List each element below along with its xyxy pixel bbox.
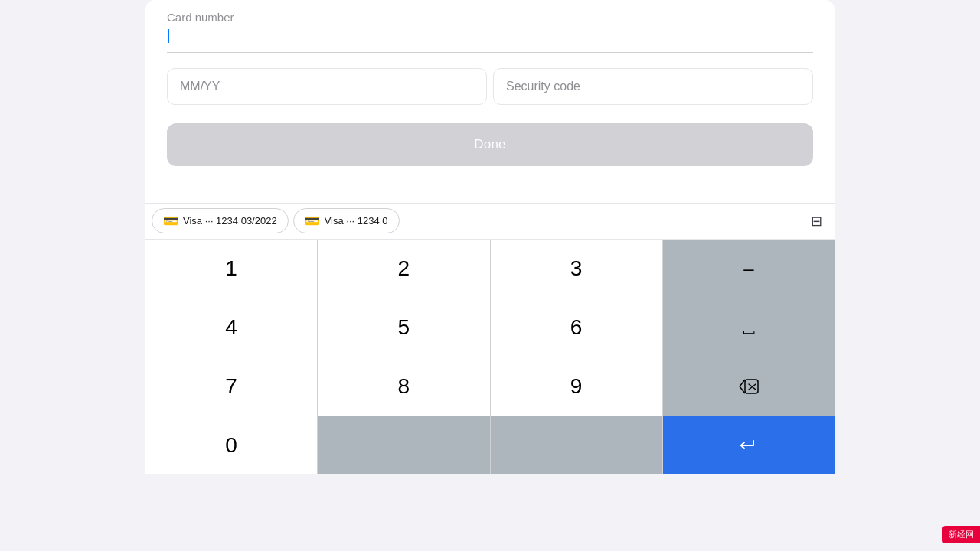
expiry-security-row <box>167 68 813 105</box>
security-code-field[interactable] <box>493 68 813 105</box>
autofill-card-2[interactable]: 💳 Visa ··· 1234 0 <box>293 208 400 233</box>
numpad-key-4[interactable]: 4 <box>145 298 317 357</box>
numpad-key-5[interactable]: 5 <box>318 298 489 357</box>
numpad-key-9[interactable]: 9 <box>491 357 662 416</box>
card-number-label: Card number <box>167 11 813 24</box>
manage-icon: ⊟ <box>811 214 822 229</box>
autofill-bar: 💳 Visa ··· 1234 03/2022 💳 Visa ··· 1234 … <box>145 203 835 240</box>
numpad-key-dash[interactable]: – <box>663 240 835 298</box>
numpad-key-empty1 <box>318 416 489 474</box>
expiry-field[interactable] <box>167 68 487 105</box>
numpad-key-empty2 <box>491 416 662 474</box>
svg-line-2 <box>740 386 745 393</box>
form-section: Card number Done <box>145 11 835 203</box>
numpad-key-8[interactable]: 8 <box>318 357 489 416</box>
numpad-key-3[interactable]: 3 <box>491 240 662 298</box>
autofill-card-1[interactable]: 💳 Visa ··· 1234 03/2022 <box>152 208 289 233</box>
card-icon-1: 💳 <box>163 214 178 228</box>
page-wrapper: Card number Done 💳 Visa ··· 1234 03/2022… <box>145 0 835 474</box>
numpad-key-return[interactable] <box>663 416 835 474</box>
numpad-grid: 1 2 3 – 4 5 6 ⎵ 7 8 9 0 <box>145 240 835 474</box>
numpad-key-7[interactable]: 7 <box>145 357 317 416</box>
card-number-input-row <box>167 28 813 43</box>
autofill-manage-button[interactable]: ⊟ <box>805 208 828 234</box>
numpad-key-1[interactable]: 1 <box>145 240 317 298</box>
numpad-key-0[interactable]: 0 <box>145 416 317 474</box>
numpad: 1 2 3 – 4 5 6 ⎵ 7 8 9 0 <box>145 240 835 474</box>
card-icon-2: 💳 <box>305 214 320 228</box>
expiry-input[interactable] <box>180 80 474 93</box>
card-number-block: Card number <box>167 11 813 53</box>
text-cursor <box>168 29 169 43</box>
done-button[interactable]: Done <box>167 123 813 166</box>
xinhua-watermark: 新经网 <box>942 526 980 543</box>
card-1-label: Visa ··· 1234 03/2022 <box>183 215 277 227</box>
top-bar <box>145 0 835 11</box>
numpad-key-6[interactable]: 6 <box>491 298 662 357</box>
numpad-key-2[interactable]: 2 <box>318 240 489 298</box>
numpad-key-space[interactable]: ⎵ <box>663 298 835 357</box>
numpad-key-backspace[interactable] <box>663 357 835 416</box>
security-code-input[interactable] <box>506 80 800 93</box>
card-2-label: Visa ··· 1234 0 <box>325 215 388 227</box>
svg-line-1 <box>740 380 745 386</box>
